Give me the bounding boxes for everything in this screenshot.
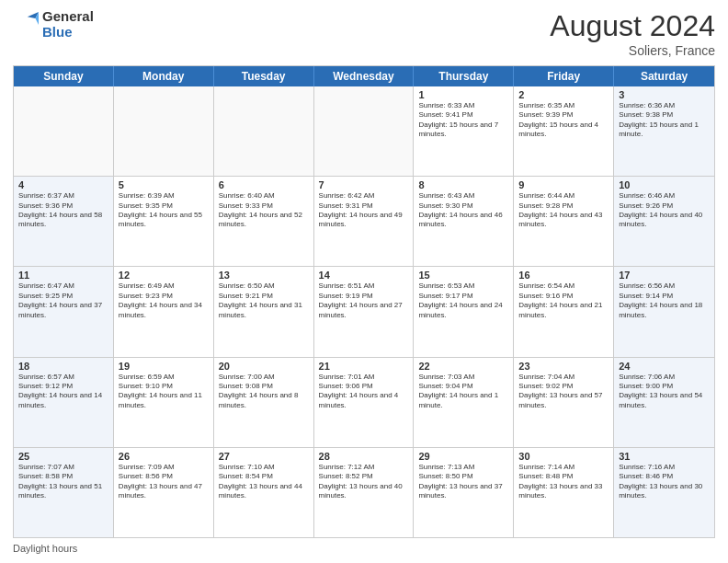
day-number: 21 [319, 361, 409, 372]
calendar-cell: 14Sunrise: 6:51 AM Sunset: 9:19 PM Dayli… [314, 267, 415, 356]
day-info: Sunrise: 6:49 AM Sunset: 9:23 PM Dayligh… [119, 282, 209, 320]
day-number: 13 [219, 270, 309, 281]
calendar-cell: 5Sunrise: 6:39 AM Sunset: 9:35 PM Daylig… [114, 177, 214, 266]
calendar-cell [314, 86, 415, 176]
day-number: 18 [18, 361, 108, 372]
day-number: 1 [418, 89, 508, 100]
calendar-cell [214, 86, 314, 176]
day-number: 5 [119, 179, 209, 190]
day-info: Sunrise: 6:37 AM Sunset: 9:36 PM Dayligh… [18, 191, 108, 230]
day-info: Sunrise: 7:09 AM Sunset: 8:56 PM Dayligh… [119, 463, 209, 501]
day-number: 28 [319, 451, 409, 462]
calendar-cell: 19Sunrise: 6:59 AM Sunset: 9:10 PM Dayli… [114, 358, 214, 447]
location: Soliers, France [550, 43, 715, 58]
calendar-cell: 1Sunrise: 6:33 AM Sunset: 9:41 PM Daylig… [414, 86, 514, 176]
day-number: 16 [518, 270, 609, 281]
day-number: 24 [619, 361, 710, 372]
day-info: Sunrise: 7:01 AM Sunset: 9:06 PM Dayligh… [319, 373, 409, 411]
day-info: Sunrise: 6:57 AM Sunset: 9:12 PM Dayligh… [18, 373, 108, 411]
calendar-cell [114, 86, 214, 176]
day-number: 8 [418, 179, 508, 190]
day-number: 31 [619, 451, 710, 462]
calendar-cell: 10Sunrise: 6:46 AM Sunset: 9:26 PM Dayli… [614, 177, 714, 266]
day-info: Sunrise: 7:06 AM Sunset: 9:00 PM Dayligh… [619, 373, 710, 411]
logo-text: General Blue [42, 9, 94, 40]
day-info: Sunrise: 6:33 AM Sunset: 9:41 PM Dayligh… [418, 101, 508, 140]
calendar-cell: 3Sunrise: 6:36 AM Sunset: 9:38 PM Daylig… [614, 86, 714, 176]
day-number: 29 [418, 451, 508, 462]
day-info: Sunrise: 6:42 AM Sunset: 9:31 PM Dayligh… [319, 191, 409, 230]
day-of-week-tuesday: Tuesday [214, 66, 314, 86]
calendar-cell: 20Sunrise: 7:00 AM Sunset: 9:08 PM Dayli… [214, 358, 314, 447]
day-number: 11 [18, 270, 108, 281]
day-number: 22 [418, 361, 508, 372]
calendar-cell: 28Sunrise: 7:12 AM Sunset: 8:52 PM Dayli… [314, 448, 415, 537]
calendar-cell: 25Sunrise: 7:07 AM Sunset: 8:58 PM Dayli… [14, 448, 114, 537]
day-info: Sunrise: 6:54 AM Sunset: 9:16 PM Dayligh… [518, 282, 609, 320]
calendar-cell: 13Sunrise: 6:50 AM Sunset: 9:21 PM Dayli… [214, 267, 314, 356]
calendar-cell: 31Sunrise: 7:16 AM Sunset: 8:46 PM Dayli… [614, 448, 714, 537]
day-of-week-wednesday: Wednesday [314, 66, 415, 86]
day-info: Sunrise: 6:53 AM Sunset: 9:17 PM Dayligh… [418, 282, 508, 320]
day-info: Sunrise: 6:39 AM Sunset: 9:35 PM Dayligh… [119, 191, 209, 230]
day-info: Sunrise: 7:10 AM Sunset: 8:54 PM Dayligh… [219, 463, 309, 501]
calendar-cell: 23Sunrise: 7:04 AM Sunset: 9:02 PM Dayli… [514, 358, 614, 447]
day-number: 12 [119, 270, 209, 281]
day-info: Sunrise: 6:43 AM Sunset: 9:30 PM Dayligh… [418, 191, 508, 230]
logo: General Blue [13, 9, 94, 40]
day-info: Sunrise: 6:56 AM Sunset: 9:14 PM Dayligh… [619, 282, 710, 320]
day-number: 9 [518, 179, 609, 190]
day-number: 25 [18, 451, 108, 462]
calendar-cell: 15Sunrise: 6:53 AM Sunset: 9:17 PM Dayli… [414, 267, 514, 356]
daylight-label: Daylight hours [13, 543, 77, 554]
day-info: Sunrise: 6:46 AM Sunset: 9:26 PM Dayligh… [619, 191, 710, 230]
calendar-cell: 8Sunrise: 6:43 AM Sunset: 9:30 PM Daylig… [414, 177, 514, 266]
day-of-week-monday: Monday [114, 66, 214, 86]
calendar-cell: 21Sunrise: 7:01 AM Sunset: 9:06 PM Dayli… [314, 358, 415, 447]
calendar-cell: 7Sunrise: 6:42 AM Sunset: 9:31 PM Daylig… [314, 177, 415, 266]
calendar-cell: 6Sunrise: 6:40 AM Sunset: 9:33 PM Daylig… [214, 177, 314, 266]
day-info: Sunrise: 7:04 AM Sunset: 9:02 PM Dayligh… [518, 373, 609, 411]
day-info: Sunrise: 7:16 AM Sunset: 8:46 PM Dayligh… [619, 463, 710, 501]
day-number: 7 [319, 179, 409, 190]
day-info: Sunrise: 7:12 AM Sunset: 8:52 PM Dayligh… [319, 463, 409, 501]
calendar-header: SundayMondayTuesdayWednesdayThursdayFrid… [14, 66, 714, 86]
day-number: 14 [319, 270, 409, 281]
day-number: 26 [119, 451, 209, 462]
calendar: SundayMondayTuesdayWednesdayThursdayFrid… [13, 65, 715, 538]
day-number: 19 [119, 361, 209, 372]
header: General Blue August 2024 Soliers, France [13, 9, 715, 58]
calendar-cell [14, 86, 114, 176]
day-info: Sunrise: 7:07 AM Sunset: 8:58 PM Dayligh… [18, 463, 108, 501]
calendar-body: 1Sunrise: 6:33 AM Sunset: 9:41 PM Daylig… [14, 86, 714, 537]
calendar-week-5: 25Sunrise: 7:07 AM Sunset: 8:58 PM Dayli… [14, 447, 714, 537]
day-number: 27 [219, 451, 309, 462]
day-number: 3 [619, 89, 710, 100]
calendar-cell: 2Sunrise: 6:35 AM Sunset: 9:39 PM Daylig… [514, 86, 614, 176]
day-number: 17 [619, 270, 710, 281]
calendar-cell: 17Sunrise: 6:56 AM Sunset: 9:14 PM Dayli… [614, 267, 714, 356]
day-info: Sunrise: 7:00 AM Sunset: 9:08 PM Dayligh… [219, 373, 309, 411]
day-info: Sunrise: 6:44 AM Sunset: 9:28 PM Dayligh… [518, 191, 609, 230]
day-of-week-sunday: Sunday [14, 66, 114, 86]
footer-note: Daylight hours [13, 543, 715, 554]
day-info: Sunrise: 7:14 AM Sunset: 8:48 PM Dayligh… [518, 463, 609, 501]
calendar-cell: 16Sunrise: 6:54 AM Sunset: 9:16 PM Dayli… [514, 267, 614, 356]
calendar-week-4: 18Sunrise: 6:57 AM Sunset: 9:12 PM Dayli… [14, 357, 714, 447]
day-info: Sunrise: 6:35 AM Sunset: 9:39 PM Dayligh… [518, 101, 609, 140]
calendar-cell: 27Sunrise: 7:10 AM Sunset: 8:54 PM Dayli… [214, 448, 314, 537]
day-info: Sunrise: 6:51 AM Sunset: 9:19 PM Dayligh… [319, 282, 409, 320]
calendar-cell: 26Sunrise: 7:09 AM Sunset: 8:56 PM Dayli… [114, 448, 214, 537]
calendar-cell: 22Sunrise: 7:03 AM Sunset: 9:04 PM Dayli… [414, 358, 514, 447]
day-info: Sunrise: 7:13 AM Sunset: 8:50 PM Dayligh… [418, 463, 508, 501]
day-info: Sunrise: 6:40 AM Sunset: 9:33 PM Dayligh… [219, 191, 309, 230]
day-number: 4 [18, 179, 108, 190]
calendar-cell: 12Sunrise: 6:49 AM Sunset: 9:23 PM Dayli… [114, 267, 214, 356]
logo-general: General [42, 8, 94, 24]
calendar-week-3: 11Sunrise: 6:47 AM Sunset: 9:25 PM Dayli… [14, 266, 714, 356]
day-info: Sunrise: 6:36 AM Sunset: 9:38 PM Dayligh… [619, 101, 710, 140]
calendar-cell: 4Sunrise: 6:37 AM Sunset: 9:36 PM Daylig… [14, 177, 114, 266]
day-info: Sunrise: 7:03 AM Sunset: 9:04 PM Dayligh… [418, 373, 508, 411]
day-number: 23 [518, 361, 609, 372]
logo-blue: Blue [42, 24, 73, 40]
